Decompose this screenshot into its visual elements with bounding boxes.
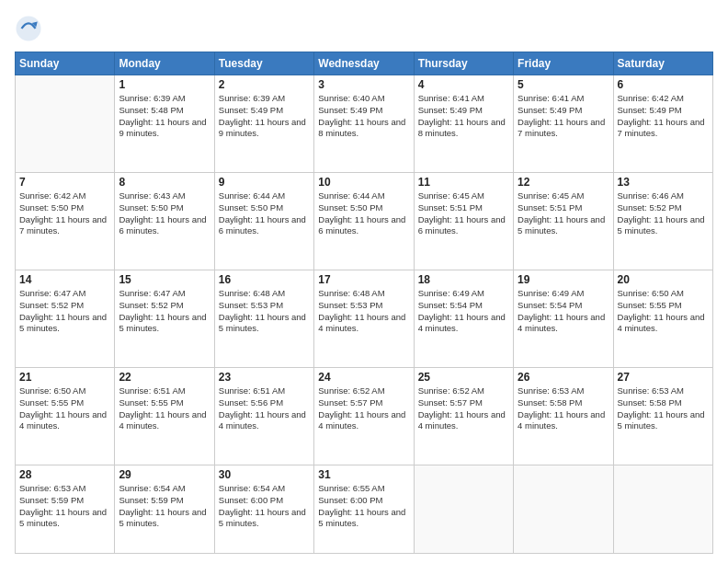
- day-number: 8: [119, 176, 210, 189]
- weekday-header-monday: Monday: [115, 52, 214, 75]
- day-number: 27: [618, 371, 709, 384]
- calendar-cell: 13Sunrise: 6:46 AMSunset: 5:52 PMDayligh…: [613, 173, 712, 270]
- calendar-cell: 4Sunrise: 6:41 AMSunset: 5:49 PMDaylight…: [414, 75, 513, 173]
- day-number: 4: [418, 78, 509, 91]
- header: [15, 15, 713, 42]
- day-info: Sunrise: 6:51 AMSunset: 5:56 PMDaylight:…: [219, 385, 310, 432]
- day-number: 12: [518, 176, 609, 189]
- day-number: 21: [19, 371, 110, 384]
- calendar-cell: 29Sunrise: 6:54 AMSunset: 5:59 PMDayligh…: [115, 465, 214, 554]
- calendar-cell: 2Sunrise: 6:39 AMSunset: 5:49 PMDaylight…: [214, 75, 313, 173]
- day-number: 10: [318, 176, 409, 189]
- day-number: 7: [19, 176, 110, 189]
- day-info: Sunrise: 6:41 AMSunset: 5:49 PMDaylight:…: [518, 93, 609, 140]
- logo: [15, 15, 46, 42]
- day-number: 19: [518, 273, 609, 286]
- calendar-cell: 24Sunrise: 6:52 AMSunset: 5:57 PMDayligh…: [314, 368, 414, 465]
- day-number: 13: [618, 176, 709, 189]
- day-number: 3: [318, 78, 409, 91]
- calendar-cell: 19Sunrise: 6:49 AMSunset: 5:54 PMDayligh…: [514, 270, 613, 368]
- day-number: 11: [418, 176, 509, 189]
- day-info: Sunrise: 6:43 AMSunset: 5:50 PMDaylight:…: [119, 190, 210, 237]
- calendar-cell: [414, 465, 513, 554]
- day-info: Sunrise: 6:45 AMSunset: 5:51 PMDaylight:…: [518, 190, 609, 237]
- day-info: Sunrise: 6:49 AMSunset: 5:54 PMDaylight:…: [418, 288, 509, 335]
- day-number: 14: [19, 273, 110, 286]
- day-info: Sunrise: 6:41 AMSunset: 5:49 PMDaylight:…: [418, 93, 509, 140]
- day-info: Sunrise: 6:39 AMSunset: 5:49 PMDaylight:…: [219, 93, 310, 140]
- day-info: Sunrise: 6:52 AMSunset: 5:57 PMDaylight:…: [418, 385, 509, 432]
- day-number: 1: [119, 78, 210, 91]
- day-number: 28: [19, 468, 110, 481]
- day-number: 5: [518, 78, 609, 91]
- calendar-cell: 14Sunrise: 6:47 AMSunset: 5:52 PMDayligh…: [16, 270, 115, 368]
- day-info: Sunrise: 6:52 AMSunset: 5:57 PMDaylight:…: [318, 385, 409, 432]
- calendar-cell: 8Sunrise: 6:43 AMSunset: 5:50 PMDaylight…: [115, 173, 214, 270]
- logo-icon: [15, 15, 42, 42]
- calendar-cell: 28Sunrise: 6:53 AMSunset: 5:59 PMDayligh…: [16, 465, 115, 554]
- day-info: Sunrise: 6:42 AMSunset: 5:50 PMDaylight:…: [19, 190, 110, 237]
- day-number: 26: [518, 371, 609, 384]
- calendar-cell: 25Sunrise: 6:52 AMSunset: 5:57 PMDayligh…: [414, 368, 513, 465]
- calendar-cell: 15Sunrise: 6:47 AMSunset: 5:52 PMDayligh…: [115, 270, 214, 368]
- weekday-header-thursday: Thursday: [414, 52, 513, 75]
- day-info: Sunrise: 6:53 AMSunset: 5:59 PMDaylight:…: [19, 483, 110, 530]
- calendar-cell: 6Sunrise: 6:42 AMSunset: 5:49 PMDaylight…: [613, 75, 712, 173]
- calendar-cell: 27Sunrise: 6:53 AMSunset: 5:58 PMDayligh…: [613, 368, 712, 465]
- weekday-header-wednesday: Wednesday: [314, 52, 414, 75]
- calendar-cell: 30Sunrise: 6:54 AMSunset: 6:00 PMDayligh…: [214, 465, 313, 554]
- day-info: Sunrise: 6:47 AMSunset: 5:52 PMDaylight:…: [19, 288, 110, 335]
- calendar-cell: 31Sunrise: 6:55 AMSunset: 6:00 PMDayligh…: [314, 465, 414, 554]
- calendar-cell: 5Sunrise: 6:41 AMSunset: 5:49 PMDaylight…: [514, 75, 613, 173]
- day-number: 18: [418, 273, 509, 286]
- calendar-cell: 12Sunrise: 6:45 AMSunset: 5:51 PMDayligh…: [514, 173, 613, 270]
- calendar-cell: 18Sunrise: 6:49 AMSunset: 5:54 PMDayligh…: [414, 270, 513, 368]
- day-number: 17: [318, 273, 409, 286]
- page: SundayMondayTuesdayWednesdayThursdayFrid…: [0, 0, 728, 563]
- day-info: Sunrise: 6:55 AMSunset: 6:00 PMDaylight:…: [318, 483, 409, 530]
- calendar-cell: 10Sunrise: 6:44 AMSunset: 5:50 PMDayligh…: [314, 173, 414, 270]
- calendar-table: SundayMondayTuesdayWednesdayThursdayFrid…: [15, 52, 713, 554]
- calendar-cell: 22Sunrise: 6:51 AMSunset: 5:55 PMDayligh…: [115, 368, 214, 465]
- day-number: 20: [618, 273, 709, 286]
- day-number: 22: [119, 371, 210, 384]
- calendar-cell: 26Sunrise: 6:53 AMSunset: 5:58 PMDayligh…: [514, 368, 613, 465]
- day-info: Sunrise: 6:53 AMSunset: 5:58 PMDaylight:…: [518, 385, 609, 432]
- calendar-cell: 7Sunrise: 6:42 AMSunset: 5:50 PMDaylight…: [16, 173, 115, 270]
- calendar-cell: 20Sunrise: 6:50 AMSunset: 5:55 PMDayligh…: [613, 270, 712, 368]
- calendar-cell: 23Sunrise: 6:51 AMSunset: 5:56 PMDayligh…: [214, 368, 313, 465]
- calendar-cell: [514, 465, 613, 554]
- day-number: 24: [318, 371, 409, 384]
- day-info: Sunrise: 6:51 AMSunset: 5:55 PMDaylight:…: [119, 385, 210, 432]
- day-info: Sunrise: 6:39 AMSunset: 5:48 PMDaylight:…: [119, 93, 210, 140]
- day-info: Sunrise: 6:49 AMSunset: 5:54 PMDaylight:…: [518, 288, 609, 335]
- svg-point-0: [17, 17, 41, 41]
- day-info: Sunrise: 6:50 AMSunset: 5:55 PMDaylight:…: [618, 288, 709, 335]
- day-info: Sunrise: 6:48 AMSunset: 5:53 PMDaylight:…: [219, 288, 310, 335]
- calendar-cell: 1Sunrise: 6:39 AMSunset: 5:48 PMDaylight…: [115, 75, 214, 173]
- calendar-cell: 21Sunrise: 6:50 AMSunset: 5:55 PMDayligh…: [16, 368, 115, 465]
- day-number: 29: [119, 468, 210, 481]
- day-info: Sunrise: 6:42 AMSunset: 5:49 PMDaylight:…: [618, 93, 709, 140]
- calendar-cell: [613, 465, 712, 554]
- day-info: Sunrise: 6:44 AMSunset: 5:50 PMDaylight:…: [219, 190, 310, 237]
- day-info: Sunrise: 6:54 AMSunset: 5:59 PMDaylight:…: [119, 483, 210, 530]
- day-number: 23: [219, 371, 310, 384]
- day-number: 15: [119, 273, 210, 286]
- day-info: Sunrise: 6:54 AMSunset: 6:00 PMDaylight:…: [219, 483, 310, 530]
- calendar-cell: [16, 75, 115, 173]
- calendar-cell: 17Sunrise: 6:48 AMSunset: 5:53 PMDayligh…: [314, 270, 414, 368]
- day-info: Sunrise: 6:44 AMSunset: 5:50 PMDaylight:…: [318, 190, 409, 237]
- weekday-header-tuesday: Tuesday: [214, 52, 313, 75]
- weekday-header-sunday: Sunday: [16, 52, 115, 75]
- day-info: Sunrise: 6:45 AMSunset: 5:51 PMDaylight:…: [418, 190, 509, 237]
- weekday-header-saturday: Saturday: [613, 52, 712, 75]
- day-info: Sunrise: 6:46 AMSunset: 5:52 PMDaylight:…: [618, 190, 709, 237]
- day-number: 9: [219, 176, 310, 189]
- weekday-header-friday: Friday: [514, 52, 613, 75]
- calendar-cell: 9Sunrise: 6:44 AMSunset: 5:50 PMDaylight…: [214, 173, 313, 270]
- day-number: 31: [318, 468, 409, 481]
- day-number: 30: [219, 468, 310, 481]
- day-info: Sunrise: 6:47 AMSunset: 5:52 PMDaylight:…: [119, 288, 210, 335]
- day-info: Sunrise: 6:50 AMSunset: 5:55 PMDaylight:…: [19, 385, 110, 432]
